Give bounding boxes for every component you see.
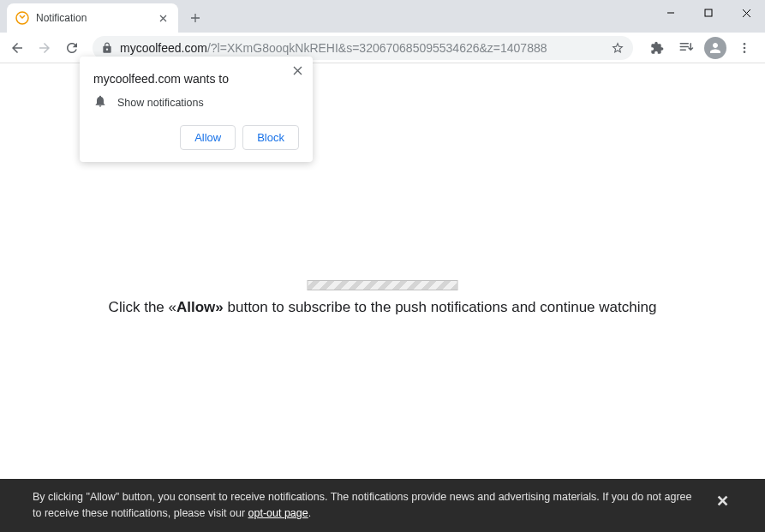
allow-button[interactable]: Allow <box>180 125 236 150</box>
reading-list-icon[interactable] <box>674 36 698 60</box>
permission-row-text: Show notifications <box>117 97 204 109</box>
new-tab-button[interactable] <box>183 6 207 30</box>
toolbar-actions <box>642 36 760 60</box>
instruction-text: Click the «Allow» button to subscribe to… <box>0 299 765 316</box>
permission-prompt: mycoolfeed.com wants to Show notificatio… <box>80 57 313 162</box>
minimize-button[interactable] <box>652 0 690 26</box>
consent-text: By clicking "Allow" button, you consent … <box>33 489 695 522</box>
url-text: mycoolfeed.com/?l=XKmG8ooqkNkREHI&s=3206… <box>120 41 604 55</box>
consent-text-part2: . <box>308 507 311 519</box>
browser-tab[interactable]: Notification <box>7 3 178 33</box>
lock-icon <box>101 42 113 54</box>
tab-close-icon[interactable] <box>156 11 170 25</box>
extensions-icon[interactable] <box>645 36 669 60</box>
reload-button[interactable] <box>60 36 84 60</box>
tab-title: Notification <box>36 12 149 24</box>
instruction-bold: Allow» <box>176 299 224 315</box>
window-title-bar: Notification <box>0 0 765 33</box>
svg-rect-1 <box>705 9 712 16</box>
bookmark-star-icon[interactable] <box>611 41 625 55</box>
permission-row: Show notifications <box>93 94 299 111</box>
maximize-button[interactable] <box>690 0 727 26</box>
avatar-icon <box>704 37 726 59</box>
main-message: Click the «Allow» button to subscribe to… <box>0 280 765 316</box>
close-window-button[interactable] <box>727 0 765 26</box>
menu-icon[interactable] <box>732 36 756 60</box>
consent-close-icon[interactable]: ✕ <box>712 491 732 511</box>
svg-point-2 <box>744 43 746 45</box>
popup-close-icon[interactable] <box>289 62 306 79</box>
permission-title: mycoolfeed.com wants to <box>93 72 299 86</box>
window-controls <box>652 0 765 26</box>
profile-avatar[interactable] <box>703 36 727 60</box>
consent-text-part1: By clicking "Allow" button, you consent … <box>33 491 691 519</box>
instruction-suffix: button to subscribe to the push notifica… <box>224 299 657 315</box>
back-button[interactable] <box>5 36 29 60</box>
tab-favicon-icon <box>15 11 29 25</box>
tab-bar: Notification <box>0 0 207 33</box>
block-button[interactable]: Block <box>242 125 299 150</box>
forward-button[interactable] <box>33 36 57 60</box>
url-domain: mycoolfeed.com <box>120 41 207 55</box>
opt-out-link[interactable]: opt-out page <box>248 507 308 519</box>
consent-banner: By clicking "Allow" button, you consent … <box>0 479 765 532</box>
loading-bar <box>308 280 458 290</box>
svg-point-3 <box>744 46 746 49</box>
svg-point-4 <box>744 51 746 53</box>
permission-buttons: Allow Block <box>93 125 299 150</box>
instruction-prefix: Click the « <box>109 299 176 315</box>
bell-icon <box>93 94 107 111</box>
url-path: /?l=XKmG8ooqkNkREHI&s=320670685095534626… <box>207 41 547 55</box>
